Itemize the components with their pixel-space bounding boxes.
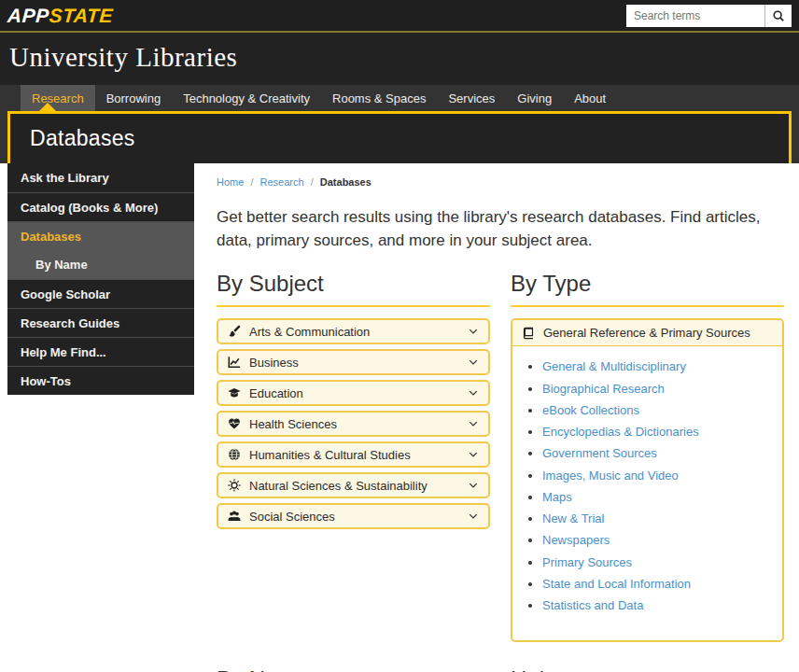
heartbeat-icon [228,417,241,430]
nav-item-about[interactable]: About [563,85,617,111]
by-subject-heading: By Subject [217,271,490,307]
type-link-statistics-data[interactable]: Statistics and Data [542,598,643,612]
list-item: Biographical Research [542,382,773,397]
type-link-encyclopedias-dictionaries[interactable]: Encyclopedias & Dictionaries [542,425,699,439]
sections-grid: By Subject Arts & Communication Business [217,271,784,672]
chevron-down-icon [468,357,479,368]
search-button[interactable] [764,5,792,27]
book-icon [522,327,535,340]
site-title[interactable]: University Libraries [9,42,792,73]
search-input[interactable] [626,5,764,27]
site-header: APPSTATE University Libraries Research B… [0,0,799,163]
subject-accordion-business[interactable]: Business [217,349,490,375]
list-item: State and Local Information [542,577,773,592]
type-panel-header[interactable]: General Reference & Primary Sources [512,320,782,346]
list-item: General & Multidisciplinary [542,359,773,374]
list-item: eBook Collections [542,403,773,418]
chevron-down-icon [468,449,479,460]
paintbrush-icon [228,325,241,338]
type-link-state-local-information[interactable]: State and Local Information [542,577,691,591]
main-content: Home / Research / Databases Get better s… [194,163,799,672]
search-icon [772,9,785,22]
top-bar: APPSTATE [0,0,799,33]
nav-item-research[interactable]: Research [21,85,95,111]
subject-label: Natural Sciences & Sustainability [249,479,428,493]
site-title-band: University Libraries [0,33,799,85]
nav-item-rooms-spaces[interactable]: Rooms & Spaces [321,85,437,111]
active-tab-pointer [39,103,56,111]
subject-accordion-arts-communication[interactable]: Arts & Communication [217,318,490,344]
sidebar-item-ask-the-library[interactable]: Ask the Library [7,163,194,192]
type-link-newspapers[interactable]: Newspapers [542,533,610,547]
by-name-section: By Name List of all databases [217,666,490,672]
subject-label: Business [249,356,299,370]
page-title-bar: Databases [7,111,792,163]
type-panel-title: General Reference & Primary Sources [543,326,750,340]
users-icon [228,510,241,523]
type-link-primary-sources[interactable]: Primary Sources [542,555,632,569]
main-nav: Research Borrowing Technology & Creativi… [0,85,799,111]
subject-accordion-natural-sciences[interactable]: Natural Sciences & Sustainability [217,472,490,498]
type-link-government-sources[interactable]: Government Sources [542,446,657,460]
type-link-maps[interactable]: Maps [542,490,572,504]
nav-item-services[interactable]: Services [437,85,506,111]
list-item: Newspapers [542,533,773,548]
appstate-logo[interactable]: APPSTATE [7,5,114,27]
sidebar-item-how-tos[interactable]: How-Tos [7,366,194,395]
sidebar-item-google-scholar[interactable]: Google Scholar [7,279,194,308]
chevron-down-icon [468,326,479,337]
subject-accordion-social-sciences[interactable]: Social Sciences [217,503,490,529]
sidebar-item-research-guides[interactable]: Research Guides [7,308,194,337]
intro-text: Get better search results using the libr… [217,206,784,252]
list-item: New & Trial [542,511,773,526]
list-item: Images, Music and Video [542,469,773,483]
list-item: Primary Sources [542,555,773,570]
breadcrumb-separator: / [250,176,253,188]
chevron-down-icon [468,511,479,522]
type-link-images-music-video[interactable]: Images, Music and Video [542,469,679,483]
subject-accordion-health-sciences[interactable]: Health Sciences [217,411,490,437]
chevron-down-icon [468,480,479,491]
chevron-down-icon [468,387,479,399]
nav-item-borrowing[interactable]: Borrowing [95,85,173,111]
type-link-biographical-research[interactable]: Biographical Research [542,382,665,396]
graduation-cap-icon [228,386,241,399]
globe-icon [228,448,241,461]
page-title: Databases [30,126,135,151]
breadcrumb-research[interactable]: Research [260,176,304,188]
type-link-new-trial[interactable]: New & Trial [542,511,604,525]
type-panel: General Reference & Primary Sources Gene… [511,318,784,642]
by-name-heading: By Name [217,666,490,672]
logo-state-text: STATE [49,5,114,26]
list-item: Statistics and Data [542,598,773,613]
type-link-list: General & Multidisciplinary Biographical… [526,359,773,613]
subject-label: Education [249,386,303,400]
by-type-heading: By Type [511,271,784,307]
list-item: Maps [542,490,773,505]
site-search [626,5,792,27]
subject-label: Arts & Communication [249,325,370,339]
breadcrumb-separator: / [311,176,314,188]
help-heading: Help [511,666,784,672]
breadcrumb-current: Databases [320,176,371,188]
nav-item-giving[interactable]: Giving [506,85,563,111]
hero-band: Databases [0,111,799,163]
type-link-general-multidisciplinary[interactable]: General & Multidisciplinary [542,359,686,373]
sidebar-item-databases[interactable]: Databases [7,221,194,250]
sidebar-item-catalog[interactable]: Catalog (Books & More) [7,192,194,221]
by-type-section: By Type General Reference & Primary Sour… [511,271,784,642]
list-item: Government Sources [542,446,773,461]
subject-accordion-education[interactable]: Education [217,380,490,406]
chevron-down-icon [468,418,479,429]
line-chart-icon [228,356,241,369]
sun-icon [228,479,241,492]
list-item: Encyclopedias & Dictionaries [542,425,773,440]
sidebar-item-by-name[interactable]: By Name [7,250,194,279]
type-link-ebook-collections[interactable]: eBook Collections [542,403,639,417]
sidebar-item-help-me-find[interactable]: Help Me Find... [7,337,194,366]
nav-item-technology[interactable]: Technology & Creativity [172,85,321,111]
breadcrumb: Home / Research / Databases [217,176,784,188]
breadcrumb-home[interactable]: Home [217,176,244,188]
subject-accordion-humanities[interactable]: Humanities & Cultural Studies [217,441,490,468]
subject-label: Health Sciences [249,417,337,431]
